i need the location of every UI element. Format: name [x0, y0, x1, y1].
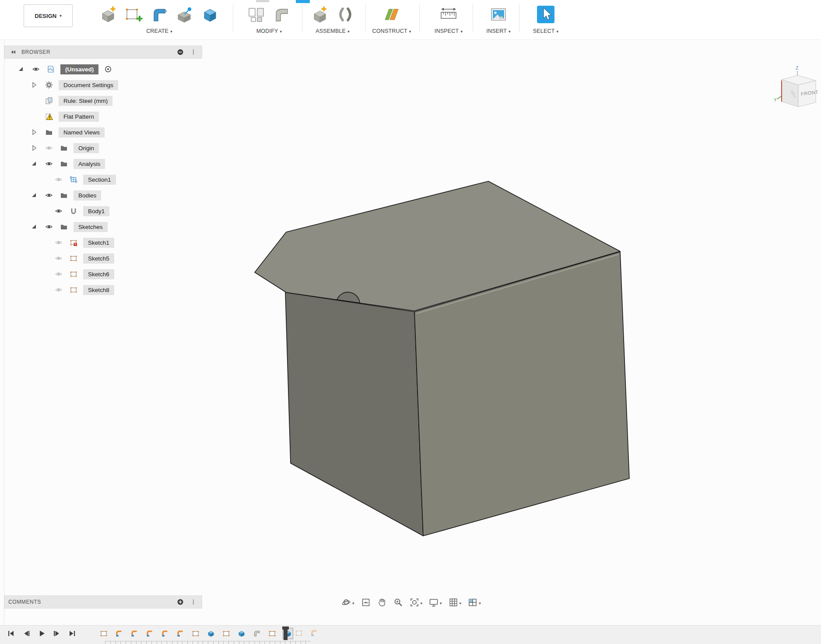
toolbar-menu-inspect[interactable]: INSPECT▾: [423, 28, 474, 34]
timeline-feature-sketch[interactable]: [191, 628, 200, 639]
target-icon[interactable]: [103, 64, 113, 74]
view-cube[interactable]: Z FRONT LEFT Y: [772, 64, 821, 119]
timeline-feature-sketch[interactable]: [267, 628, 277, 639]
browser-item-label[interactable]: Sketch5: [83, 253, 114, 264]
timeline-feature-extrude[interactable]: [237, 628, 246, 639]
zoom-tool[interactable]: [393, 598, 403, 609]
toolbar-menu-assemble[interactable]: ASSEMBLE▾: [305, 28, 360, 34]
panel-grip-icon[interactable]: [189, 597, 198, 607]
tree-arrow-collapsed[interactable]: [29, 80, 39, 90]
tree-arrow-expanded[interactable]: [29, 222, 39, 232]
toolbar-menu-select[interactable]: SELECT▾: [523, 28, 569, 34]
tree-arrow-expanded[interactable]: [29, 190, 39, 201]
browser-item-label[interactable]: Section1: [83, 175, 116, 185]
toolbar-menu-create[interactable]: CREATE▾: [86, 28, 233, 34]
play-icon[interactable]: [37, 629, 46, 638]
browser-item-label[interactable]: Sketch1: [83, 238, 114, 248]
browser-item-sketches: Sketches: [4, 219, 202, 235]
tree-arrow-collapsed[interactable]: [29, 127, 39, 137]
box-left-face[interactable]: [285, 292, 423, 536]
chevron-down-icon[interactable]: ▾: [440, 601, 442, 605]
eye-hidden-icon[interactable]: [53, 285, 64, 295]
browser-item-label[interactable]: Named Views: [59, 127, 105, 137]
pan-tool[interactable]: [377, 598, 387, 609]
timeline-feature-extrude[interactable]: [206, 628, 216, 639]
toolbar-menu-modify[interactable]: MODIFY▾: [236, 28, 302, 34]
panel-grip-icon[interactable]: [189, 47, 198, 57]
go-to-start-icon[interactable]: [6, 629, 16, 638]
create-sketch-icon[interactable]: [124, 4, 144, 25]
browser-item-label[interactable]: Document Settings: [59, 80, 118, 90]
browser-item-label[interactable]: Origin: [74, 143, 99, 153]
browser-item-label[interactable]: Sketch8: [83, 285, 114, 295]
create-flange-icon[interactable]: [98, 4, 119, 25]
eye-visible-icon[interactable]: [53, 206, 64, 216]
eye-hidden-icon[interactable]: [53, 237, 64, 248]
eye-visible-icon[interactable]: [44, 222, 54, 232]
browser-item-label[interactable]: Sketch6: [83, 269, 114, 279]
eye-hidden-icon[interactable]: [53, 269, 64, 279]
eye-hidden-icon[interactable]: [53, 174, 64, 185]
browser-item-label[interactable]: (Unsaved): [60, 64, 98, 74]
eye-visible-icon[interactable]: [44, 190, 54, 201]
chevron-down-icon[interactable]: ▾: [460, 601, 462, 605]
timeline-feature-fillet[interactable]: [252, 628, 262, 639]
sketch-icon: [68, 253, 79, 264]
timeline-feature-flange[interactable]: [175, 628, 185, 639]
insert-image-icon[interactable]: [488, 4, 509, 25]
chevron-down-icon[interactable]: ▾: [479, 601, 481, 605]
step-forward-icon[interactable]: [52, 629, 62, 638]
browser-item-label[interactable]: Body1: [83, 206, 109, 216]
tab-icon[interactable]: [175, 4, 195, 25]
orbit-tool[interactable]: ▾: [341, 598, 354, 609]
go-to-end-icon[interactable]: [67, 629, 77, 638]
look-at-tool[interactable]: [361, 598, 371, 609]
minus-circle-icon[interactable]: [175, 47, 185, 57]
viewports-tool[interactable]: ▾: [468, 598, 481, 609]
joint-icon[interactable]: [335, 4, 355, 25]
unfold-icon[interactable]: [246, 4, 267, 25]
browser-item-label[interactable]: Flat Pattern: [59, 112, 99, 122]
eye-visible-icon[interactable]: [31, 64, 41, 74]
timeline-feature-flange[interactable]: [114, 628, 124, 639]
plus-circle-icon[interactable]: [175, 597, 185, 607]
toolbar-menu-insert[interactable]: INSERT▾: [476, 28, 521, 34]
bend-icon[interactable]: [149, 4, 169, 25]
browser-item-body1: Body1: [4, 203, 202, 219]
step-back-icon[interactable]: [21, 629, 31, 638]
construction-plane-icon[interactable]: [382, 4, 402, 25]
tree-arrow-expanded[interactable]: [16, 64, 26, 74]
collapse-chevrons-icon[interactable]: [8, 47, 18, 57]
tree-arrow-collapsed[interactable]: [29, 143, 39, 153]
eye-visible-icon[interactable]: [44, 158, 54, 169]
browser-item-label[interactable]: Bodies: [74, 190, 101, 201]
extrude-icon[interactable]: [200, 4, 220, 25]
flat-pattern-warning-icon: [44, 111, 54, 122]
eye-hidden-icon[interactable]: [44, 143, 54, 153]
timeline-feature-sketch[interactable]: [99, 628, 109, 639]
design-menu-button[interactable]: DESIGN ▾: [24, 4, 73, 27]
tree-arrow-expanded[interactable]: [29, 158, 39, 169]
chevron-down-icon: ▾: [280, 29, 282, 34]
fillet-icon[interactable]: [272, 4, 292, 25]
browser-item-label[interactable]: Analysis: [74, 159, 105, 169]
browser-item-label[interactable]: Rule: Steel (mm): [59, 96, 112, 106]
timeline-feature-flange[interactable]: [130, 628, 139, 639]
timeline-feature-flange[interactable]: [145, 628, 154, 639]
measure-icon[interactable]: [439, 4, 459, 25]
chevron-down-icon[interactable]: ▾: [352, 601, 354, 605]
grid-settings-tool[interactable]: ▾: [449, 598, 462, 609]
timeline-feature-sketch-suppressed[interactable]: [294, 628, 304, 638]
timeline-feature-sketch[interactable]: [221, 628, 231, 639]
eye-hidden-icon[interactable]: [53, 253, 64, 264]
fit-tool[interactable]: ▾: [410, 598, 423, 609]
new-component-icon[interactable]: [310, 4, 330, 25]
chevron-down-icon[interactable]: ▾: [421, 601, 423, 605]
timeline-feature-flange[interactable]: [160, 628, 170, 639]
toolbar-menu-construct[interactable]: CONSTRUCT▾: [369, 28, 414, 34]
display-settings-tool[interactable]: ▾: [429, 598, 442, 609]
timeline-position-marker[interactable]: [284, 626, 288, 640]
timeline-feature-flange-suppressed[interactable]: [309, 628, 319, 638]
browser-item-label[interactable]: Sketches: [74, 222, 108, 232]
select-cursor-icon[interactable]: [536, 4, 556, 25]
